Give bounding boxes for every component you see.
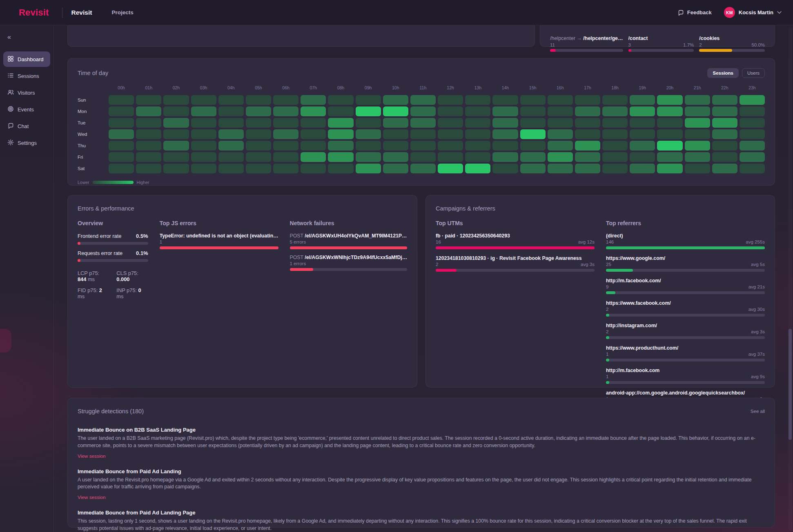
sidebar-item-events[interactable]: Events [3,102,50,117]
heatmap-cell[interactable] [602,141,628,151]
heatmap-cell[interactable] [218,141,244,151]
heatmap-cell[interactable] [356,164,381,173]
heatmap-cell[interactable] [163,118,189,128]
referrer-item[interactable]: https://www.producthunt.com/1avg 37s [606,345,765,361]
heatmap-cell[interactable] [218,129,244,139]
heatmap-cell[interactable] [136,106,161,116]
sidebar-item-settings[interactable]: Settings [3,135,50,151]
heatmap-cell[interactable] [685,129,710,139]
app-logo[interactable]: Revisit [19,7,49,18]
heatmap-cell[interactable] [492,129,518,139]
heatmap-cell[interactable] [575,141,600,151]
user-menu[interactable]: KM Kocsis Martin [724,7,782,18]
heatmap-cell[interactable] [712,152,737,162]
heatmap-cell[interactable] [301,141,326,151]
heatmap-cell[interactable] [685,141,710,151]
heatmap-cell[interactable] [163,141,189,151]
heatmap-cell[interactable] [356,141,381,151]
heatmap-cell[interactable] [685,95,710,105]
heatmap-cell[interactable] [328,141,353,151]
heatmap-cell[interactable] [191,164,216,173]
toggle-users[interactable]: Users [742,68,765,78]
heatmap-cell[interactable] [410,106,436,116]
referrer-item[interactable]: http://instagram.com/2avg 3s [606,323,765,339]
heatmap-cell[interactable] [136,129,161,139]
heatmap-cell[interactable] [109,106,134,116]
heatmap-cell[interactable] [685,152,710,162]
heatmap-cell[interactable] [246,141,271,151]
heatmap-cell[interactable] [740,106,765,116]
toggle-sessions[interactable]: Sessions [707,68,739,78]
heatmap-cell[interactable] [328,152,353,162]
heatmap-cell[interactable] [328,106,353,116]
heatmap-cell[interactable] [575,164,600,173]
heatmap-cell[interactable] [246,118,271,128]
utm-item[interactable]: 120234181030810293 · ig · Revisit Facebo… [436,255,595,272]
heatmap-cell[interactable] [492,95,518,105]
heatmap-cell[interactable] [740,129,765,139]
heatmap-cell[interactable] [163,129,189,139]
heatmap-cell[interactable] [520,152,546,162]
heatmap-cell[interactable] [273,129,298,139]
heatmap-cell[interactable] [246,95,271,105]
heatmap-cell[interactable] [191,141,216,151]
heatmap-cell[interactable] [548,164,573,173]
heatmap-cell[interactable] [630,129,655,139]
heatmap-cell[interactable] [410,141,436,151]
heatmap-cell[interactable] [740,95,765,105]
heatmap-cell[interactable] [520,141,546,151]
heatmap-cell[interactable] [136,118,161,128]
sidebar-item-visitors[interactable]: Visitors [3,85,50,100]
heatmap-cell[interactable] [548,95,573,105]
heatmap-cell[interactable] [602,106,628,116]
referrer-item[interactable]: http://m.facebook.com/9avg 21s [606,278,765,294]
referrer-item[interactable]: https://www.google.com/25avg 5s [606,255,765,272]
heatmap-cell[interactable] [548,152,573,162]
heatmap-cell[interactable] [356,129,381,139]
heatmap-cell[interactable] [301,118,326,128]
heatmap-cell[interactable] [356,118,381,128]
heatmap-cell[interactable] [410,95,436,105]
heatmap-cell[interactable] [109,118,134,128]
heatmap-cell[interactable] [438,95,463,105]
heatmap-cell[interactable] [218,152,244,162]
heatmap-cell[interactable] [109,141,134,151]
heatmap-cell[interactable] [163,95,189,105]
heatmap-cell[interactable] [136,95,161,105]
heatmap-cell[interactable] [492,106,518,116]
heatmap-cell[interactable] [465,95,490,105]
network-failure-item[interactable]: POST /el/AGSKWxUH4oIYkQvAM_MT9IM4121P…5 … [290,233,407,249]
referrer-item[interactable]: https://www.facebook.com/2avg 30s [606,300,765,317]
heatmap-cell[interactable] [136,164,161,173]
heatmap-cell[interactable] [520,129,546,139]
see-all-link[interactable]: See all [751,409,765,414]
heatmap-cell[interactable] [410,129,436,139]
heatmap-cell[interactable] [492,141,518,151]
heatmap-cell[interactable] [301,129,326,139]
heatmap-cell[interactable] [602,129,628,139]
project-title[interactable]: Revisit [71,9,92,16]
heatmap-cell[interactable] [163,164,189,173]
heatmap-cell[interactable] [328,129,353,139]
heatmap-cell[interactable] [273,152,298,162]
heatmap-cell[interactable] [273,164,298,173]
heatmap-cell[interactable] [246,164,271,173]
heatmap-cell[interactable] [191,152,216,162]
heatmap-cell[interactable] [246,152,271,162]
heatmap-cell[interactable] [630,106,655,116]
heatmap-cell[interactable] [273,106,298,116]
sidebar-item-dashboard[interactable]: Dashboard [3,51,50,67]
heatmap-cell[interactable] [602,164,628,173]
heatmap-cell[interactable] [465,152,490,162]
heatmap-cell[interactable] [602,95,628,105]
heatmap-cell[interactable] [630,164,655,173]
heatmap-cell[interactable] [410,164,436,173]
heatmap-cell[interactable] [136,152,161,162]
heatmap-cell[interactable] [191,118,216,128]
heatmap-cell[interactable] [191,106,216,116]
heatmap-cell[interactable] [465,106,490,116]
heatmap-cell[interactable] [657,118,682,128]
heatmap-cell[interactable] [712,118,737,128]
top-page-item[interactable]: /cookies250.0% [699,35,765,52]
heatmap-cell[interactable] [109,95,134,105]
